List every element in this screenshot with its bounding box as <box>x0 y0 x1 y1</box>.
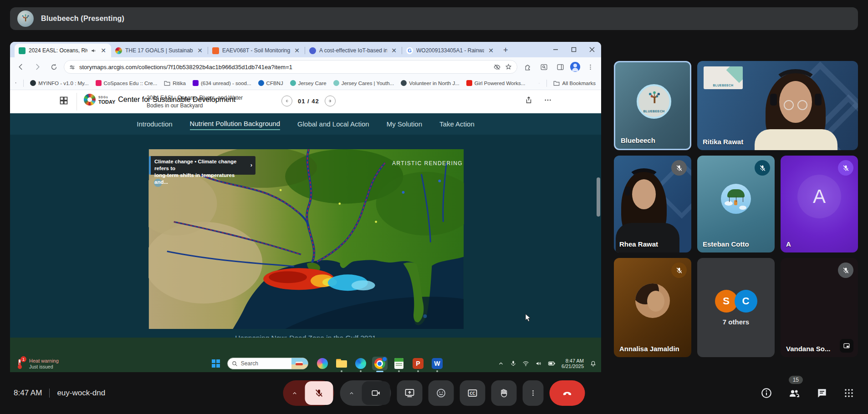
collection-grid-icon[interactable] <box>59 96 68 105</box>
close-window-button[interactable] <box>583 42 601 57</box>
participant-tile-annalisa[interactable]: Annalisa Jamaldin <box>614 258 691 357</box>
tray-clock[interactable]: 8:47 AM 6/21/2025 <box>562 358 584 369</box>
mute-button[interactable] <box>305 381 333 405</box>
taskbar-edge[interactable] <box>353 357 368 370</box>
others-count-label: 7 others <box>723 318 749 326</box>
tab-close-button[interactable]: ✕ <box>487 47 495 54</box>
side-panel-icon[interactable] <box>554 61 567 73</box>
story-nav-introduction[interactable]: Introduction <box>137 118 172 130</box>
tray-chevron-icon[interactable] <box>498 360 504 367</box>
tab-close-button[interactable]: ✕ <box>100 47 107 54</box>
taskbar-copilot[interactable] <box>315 357 330 370</box>
profile-avatar[interactable] <box>570 62 580 72</box>
tray-wifi-icon[interactable] <box>522 360 529 367</box>
map-tooltip[interactable]: Climate change • Climate change refers t… <box>149 156 255 175</box>
participant-tile-vandana[interactable]: Vandana So... <box>781 258 858 357</box>
next-page-button[interactable] <box>325 96 336 106</box>
camera-button[interactable] <box>362 381 390 405</box>
browser-tab-patent[interactable]: G WO2009133405A1 - Rainwater ✕ <box>402 44 499 57</box>
all-bookmarks-button[interactable]: All Bookmarks <box>553 81 596 86</box>
story-nav-take-action[interactable]: Take Action <box>439 118 475 130</box>
browser-tab-storymaps[interactable]: 2024 EASL: Oceans, Rivers, ✕ <box>15 44 111 57</box>
taskbar-word[interactable]: W <box>429 357 445 370</box>
visibility-off-icon[interactable] <box>493 63 501 71</box>
taskbar-file-explorer[interactable] <box>334 357 349 370</box>
browser-menu-kebab[interactable] <box>584 61 597 73</box>
browser-tab-sdg-goals[interactable]: THE 17 GOALS | Sustainable De ✕ <box>111 44 208 57</box>
bookmark-item[interactable]: Volunteer in North J... <box>401 80 460 86</box>
new-tab-button[interactable]: + <box>503 45 508 55</box>
maximize-button[interactable] <box>565 42 583 57</box>
previous-page-button[interactable] <box>281 96 292 106</box>
photo-avatar <box>635 283 670 318</box>
captions-button[interactable]: CC <box>460 380 485 406</box>
minimize-button[interactable] <box>546 42 565 57</box>
tab-search-icon[interactable] <box>537 61 550 73</box>
pip-icon <box>843 342 850 349</box>
picture-in-picture-button[interactable] <box>840 339 853 353</box>
bookmark-item[interactable]: Jersey Cares | Youth... <box>333 80 394 86</box>
forward-button[interactable] <box>31 61 44 73</box>
browser-tab-iot-paper[interactable]: A cost-effective IoT-based inte ✕ <box>305 44 402 57</box>
windows-taskbar <box>10 338 601 355</box>
story-nav-nutrient-pollution[interactable]: Nutrient Pollution Background <box>190 118 280 130</box>
bookmarks-overflow-chevron[interactable] <box>539 80 540 86</box>
weather-widget[interactable]: 1 Heat warning Just issued <box>15 358 59 369</box>
tab-close-button[interactable]: ✕ <box>196 47 204 54</box>
extensions-icon[interactable] <box>521 61 534 73</box>
bookmark-item[interactable]: MYINFO - v1.0 : My... <box>30 80 88 86</box>
participant-tile-rhea[interactable]: Rhea Rawat <box>614 156 691 252</box>
tab-close-button[interactable]: ✕ <box>390 47 398 54</box>
camera-options-button[interactable] <box>340 380 363 406</box>
leave-call-button[interactable] <box>550 380 585 406</box>
more-controls-button[interactable] <box>523 380 544 406</box>
bookmark-favicon <box>290 80 296 86</box>
hand-icon <box>499 388 509 398</box>
bookmark-item[interactable]: Jersey Care <box>290 80 327 86</box>
tray-notifications-icon[interactable] <box>590 360 597 367</box>
bookmark-item[interactable]: CFBNJ <box>258 80 283 86</box>
participant-tile-esteban[interactable]: Esteban Cotto <box>697 156 775 252</box>
tray-volume-icon[interactable] <box>535 360 542 367</box>
participant-tile-others[interactable]: S C 7 others <box>697 258 775 357</box>
bookmark-folder[interactable]: Ritika <box>164 81 186 86</box>
mic-off-icon <box>314 388 324 398</box>
browser-tab-soil-monitoring[interactable]: EAEV068T - Soil Monitoring | R ✕ <box>208 44 305 57</box>
story-nav-my-solution[interactable]: My Solution <box>387 118 422 130</box>
present-button[interactable] <box>397 380 423 406</box>
participant-tile-bluebeech[interactable]: BLUEBEECH Bluebeech <box>614 61 691 150</box>
taskbar-powerpoint[interactable]: P <box>410 357 426 370</box>
bookmark-item[interactable]: CoSpaces Edu :: Cre... <box>96 80 158 86</box>
participant-tile-ritika[interactable]: BLUEBEECH Ritika Rawat <box>697 61 858 150</box>
reactions-button[interactable] <box>429 380 454 406</box>
story-nav-global-local-action[interactable]: Global and Local Action <box>297 118 369 130</box>
taskbar-chrome[interactable] <box>372 357 388 370</box>
tab-close-button[interactable]: ✕ <box>293 47 301 54</box>
scrollbar-thumb[interactable] <box>597 177 600 217</box>
tray-battery-icon[interactable] <box>548 360 556 367</box>
bookmark-star-icon[interactable] <box>505 63 512 71</box>
participant-tile-a[interactable]: A A <box>781 156 858 252</box>
presenter-avatar <box>17 10 34 27</box>
sdg-favicon <box>115 47 122 54</box>
bookmarks-apps-icon[interactable] <box>15 80 16 86</box>
mic-options-button[interactable] <box>283 380 306 406</box>
meeting-info: 8:47 AM euy-wock-dnd <box>14 372 105 414</box>
share-button[interactable] <box>525 96 533 104</box>
tray-mic-icon[interactable] <box>510 360 516 367</box>
taskbar-search-box[interactable]: Search <box>227 358 308 369</box>
presenter-title: Bluebeech (Presenting) <box>41 15 124 23</box>
camera-control-group <box>340 380 391 406</box>
notes-app-icon <box>394 358 403 369</box>
taskbar-notes-app[interactable] <box>391 357 407 370</box>
back-button[interactable] <box>15 61 27 73</box>
url-bar[interactable]: storymaps.arcgis.com/collections/7f10b53… <box>64 60 517 74</box>
raise-hand-button[interactable] <box>491 380 517 406</box>
site-info-icon[interactable] <box>69 64 76 71</box>
more-options-button[interactable] <box>544 96 552 104</box>
youtube-favicon <box>466 80 472 86</box>
bookmark-item[interactable]: (634 unread) - sood... <box>193 80 251 86</box>
start-button[interactable] <box>210 358 222 369</box>
reload-button[interactable] <box>47 61 60 73</box>
bookmark-item[interactable]: Girl Powered Works... <box>466 80 526 86</box>
